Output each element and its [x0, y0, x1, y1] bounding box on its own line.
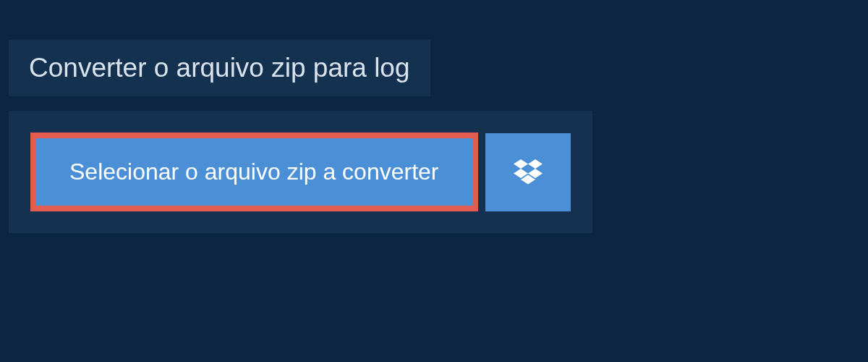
- main-container: Converter o arquivo zip para log Selecio…: [0, 0, 868, 233]
- button-panel: Selecionar o arquivo zip a converter: [9, 111, 592, 233]
- select-file-button-label: Selecionar o arquivo zip a converter: [69, 159, 439, 185]
- select-file-button[interactable]: Selecionar o arquivo zip a converter: [30, 132, 478, 211]
- dropbox-button[interactable]: [485, 133, 571, 211]
- page-title: Converter o arquivo zip para log: [29, 53, 410, 83]
- dropbox-icon: [514, 159, 542, 185]
- title-bar: Converter o arquivo zip para log: [9, 40, 430, 96]
